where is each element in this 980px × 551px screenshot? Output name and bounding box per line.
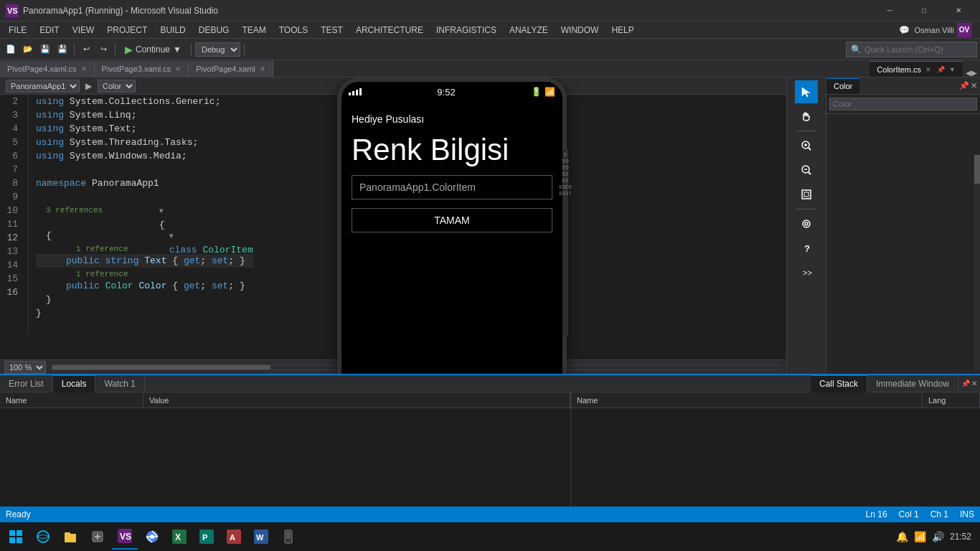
taskbar-emulator-button[interactable] [275, 524, 301, 550]
continue-label: Continue [136, 44, 170, 55]
taskbar-start-button[interactable] [3, 524, 29, 550]
vs-logo-icon: VS [6, 4, 19, 17]
tab-pivotpage3-xaml-cs[interactable]: PivotPage3.xaml.cs ✕ [95, 61, 189, 77]
close-button[interactable]: ✕ [943, 4, 974, 18]
menu-project[interactable]: PROJECT [101, 24, 153, 37]
tab-watch-1[interactable]: Watch 1 [95, 375, 145, 392]
select-tool-button[interactable] [795, 80, 818, 103]
battery-icon: 🔋 [531, 87, 542, 97]
tab-label: PivotPage4.xaml [196, 65, 255, 73]
continue-button[interactable]: ▶ Continue ▼ [119, 42, 187, 57]
taskbar-taskmanager-button[interactable] [85, 524, 110, 550]
project-dropdown[interactable]: PanoramaApp1 [6, 80, 80, 93]
taskbar-word-button[interactable]: W [248, 524, 274, 550]
help-button[interactable]: ? [795, 237, 818, 260]
menu-analyze[interactable]: ANALYZE [504, 24, 554, 37]
redo-button[interactable]: ↪ [95, 42, 111, 57]
tab-close-icon[interactable]: ✕ [925, 66, 931, 73]
tab-close-icon[interactable]: ✕ [260, 65, 265, 72]
frp-pin-button[interactable]: 📌 [959, 81, 969, 90]
tab-label: PivotPage4.xaml.cs [7, 65, 77, 73]
menu-debug[interactable]: DEBUG [193, 24, 235, 37]
feedback-icon[interactable]: 💬 [897, 23, 912, 37]
menu-file[interactable]: FILE [3, 24, 32, 37]
menu-build[interactable]: BUILD [154, 24, 191, 37]
quick-launch-input[interactable] [864, 45, 972, 54]
tab-call-stack[interactable]: Call Stack [811, 375, 867, 392]
menu-help[interactable]: HELP [606, 24, 639, 37]
tab-close-icon[interactable]: ✕ [81, 65, 87, 72]
hand-tool-button[interactable] [795, 105, 818, 128]
menu-tools[interactable]: TOOLS [273, 24, 314, 37]
class-dropdown[interactable]: Color [98, 80, 136, 93]
tab-pivotpage4-xaml[interactable]: PivotPage4.xaml ✕ [189, 61, 273, 77]
svg-text:P: P [202, 533, 207, 542]
minimize-button[interactable]: ─ [874, 4, 905, 18]
more-button[interactable]: >> [795, 261, 818, 284]
undo-button[interactable]: ↩ [78, 42, 94, 57]
svg-rect-21 [65, 532, 70, 535]
play-icon: ▶ [125, 44, 133, 55]
tab-scroll-left[interactable]: ◀ [966, 69, 971, 77]
tab-label: ColorItem.cs [877, 65, 921, 74]
taskbar-publisher-button[interactable]: P [194, 524, 220, 550]
zoom-select[interactable]: 100 % [4, 361, 46, 374]
tab-dropdown-icon[interactable]: ▼ [949, 66, 956, 73]
tab-locals[interactable]: Locals [53, 375, 96, 392]
notification-icon: 🔔 [896, 531, 908, 542]
save-button[interactable]: 💾 [37, 42, 53, 57]
collapse-9[interactable]: ▼ [159, 207, 164, 215]
tab-error-list[interactable]: Error List [0, 375, 53, 392]
user-name: Osman Villi [915, 26, 954, 34]
taskbar-excel-button[interactable]: X [166, 524, 192, 550]
properties-tab[interactable]: Color [826, 78, 859, 94]
tab-coloritem-cs[interactable]: ColorItem.cs ✕ 📌 ▼ [870, 61, 963, 77]
col-name-header: Name [0, 392, 143, 408]
phone-button[interactable]: TAMAM [352, 208, 552, 232]
properties-button[interactable] [795, 212, 818, 235]
status-text: Ready [6, 509, 31, 519]
taskbar-chrome-button[interactable] [139, 524, 165, 550]
taskbar-explorer-button[interactable] [57, 524, 83, 550]
svg-point-19 [37, 531, 49, 542]
tab-close-icon[interactable]: ✕ [175, 65, 181, 72]
bottom-pin-button[interactable]: 📌 [961, 380, 970, 387]
svg-text:>>: >> [803, 268, 812, 277]
design-tools-panel: ? >> [786, 77, 826, 374]
toolbar: 📄 📂 💾 💾 ↩ ↪ ▶ Continue ▼ Debug 🔍 [0, 39, 980, 60]
status-right: Ln 16 Col 1 Ch 1 INS [866, 509, 974, 519]
frp-scrollbar[interactable] [974, 155, 980, 370]
tab-pivotpage4-xaml-cs[interactable]: PivotPage4.xaml.cs ✕ [0, 61, 95, 77]
menu-bar: FILE EDIT VIEW PROJECT BUILD DEBUG TEAM … [0, 22, 980, 39]
frp-close-button[interactable]: ✕ [971, 81, 977, 90]
menu-window[interactable]: WINDOW [555, 24, 605, 37]
menu-view[interactable]: VIEW [67, 24, 100, 37]
open-file-button[interactable]: 📂 [20, 42, 36, 57]
taskbar-vs-button[interactable]: VS [112, 524, 138, 550]
zoom-in-button[interactable] [795, 134, 818, 157]
zoom-out-button[interactable] [795, 159, 818, 182]
cs-col-name-header: Name [571, 392, 923, 408]
menu-test[interactable]: TEST [315, 24, 349, 37]
maximize-button[interactable]: □ [908, 4, 940, 18]
fit-button[interactable] [795, 183, 818, 206]
svg-text:?: ? [804, 243, 810, 254]
debug-select[interactable]: Debug [195, 42, 240, 57]
bottom-close-button[interactable]: ✕ [971, 380, 977, 387]
menu-infragistics[interactable]: INFRAGISTICS [430, 24, 502, 37]
taskbar-access-button[interactable]: A [221, 524, 247, 550]
menu-edit[interactable]: EDIT [34, 24, 65, 37]
tab-scroll-right[interactable]: ▶ [971, 69, 977, 77]
save-all-button[interactable]: 💾 [55, 42, 70, 57]
tab-pin-icon[interactable]: 📌 [937, 66, 945, 73]
tab-immediate-window[interactable]: Immediate Window [867, 375, 958, 392]
collapse-10[interactable]: ▼ [169, 232, 174, 240]
svg-text:X: X [175, 532, 181, 542]
new-file-button[interactable]: 📄 [3, 42, 19, 57]
taskbar-ie-button[interactable] [30, 524, 56, 550]
code-line: } [36, 293, 253, 306]
frp-search-input[interactable] [829, 98, 977, 110]
menu-architecture[interactable]: ARCHITECTURE [350, 24, 429, 37]
taskbar: VS X P A W [0, 522, 980, 551]
menu-team[interactable]: TEAM [236, 24, 271, 37]
